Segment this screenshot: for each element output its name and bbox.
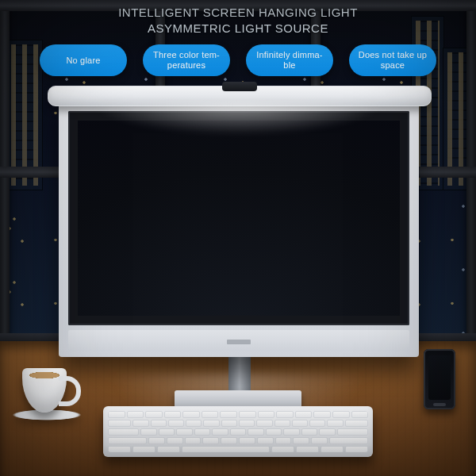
- feature-pill-dimmable: Infinitely dimma-ble: [246, 44, 333, 76]
- feature-row: No glare Three color tem-peratures Infin…: [0, 44, 476, 76]
- smartphone: [424, 349, 455, 409]
- monitor-chin: [68, 330, 409, 351]
- keyboard-keys: [108, 411, 368, 452]
- monitor-panel: [78, 121, 400, 316]
- headline: INTELLIGENT SCREEN HANGING LIGHT ASYMMET…: [0, 5, 476, 36]
- monitor-stand-base: [175, 390, 301, 408]
- headline-line-2: ASYMMETRIC LIGHT SOURCE: [0, 21, 476, 36]
- feature-pill-no-glare: No glare: [40, 44, 127, 76]
- feature-pill-color-temp: Three color tem-peratures: [143, 44, 230, 76]
- feature-pill-space: Does not take upspace: [349, 44, 436, 76]
- keyboard: [103, 406, 373, 457]
- monitor-bezel: [68, 111, 409, 325]
- product-scene: INTELLIGENT SCREEN HANGING LIGHT ASYMMET…: [0, 0, 476, 476]
- headline-line-1: INTELLIGENT SCREEN HANGING LIGHT: [0, 5, 476, 21]
- monitor: [59, 103, 419, 357]
- screen-light-bar: [48, 86, 432, 106]
